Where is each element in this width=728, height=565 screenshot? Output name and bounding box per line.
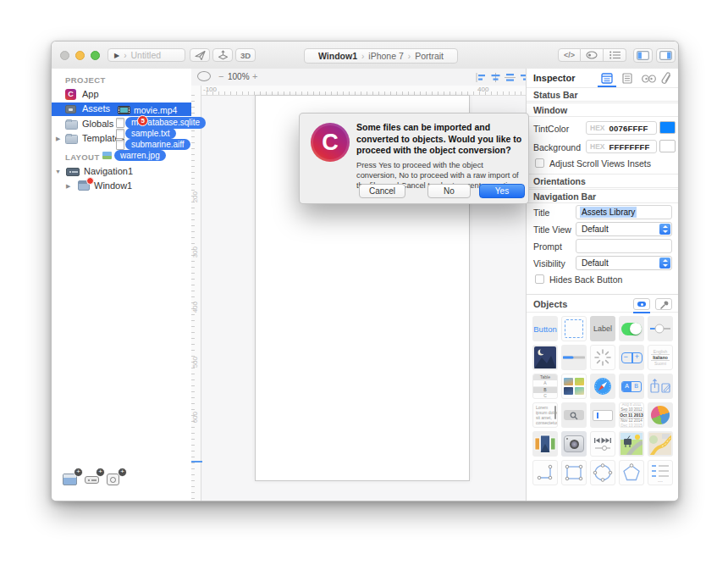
plus-badge: +	[74, 468, 83, 477]
list-view-button[interactable]	[604, 48, 626, 62]
bindings-button[interactable]	[581, 48, 604, 62]
disclosure-triangle-icon[interactable]: ▶	[66, 183, 70, 190]
palette-slider[interactable]	[648, 316, 673, 341]
palette-view[interactable]	[561, 316, 587, 341]
sidebar-item-window1[interactable]: ▶ Window1	[52, 180, 191, 193]
palette-shape-oval[interactable]	[590, 460, 615, 485]
palette-collection-view[interactable]	[561, 374, 587, 399]
3d-view-button[interactable]: 3D	[235, 48, 256, 62]
palette-video-view[interactable]	[619, 431, 644, 457]
document-title: Untitled	[131, 50, 162, 60]
tab-attributes-icon[interactable]	[601, 73, 613, 84]
tab-events-icon[interactable]	[642, 75, 656, 83]
send-to-device-button[interactable]	[190, 48, 210, 62]
tab-attachments-icon[interactable]	[661, 72, 672, 85]
palette-text-view[interactable]: Lorem ipsum dolor sit amet, consectetur	[532, 402, 558, 428]
breadcrumb[interactable]: Window1 › iPhone 7 › Portrait	[304, 48, 458, 64]
add-asset-button[interactable]: +	[107, 472, 124, 485]
disclosure-triangle-icon[interactable]: ▶	[56, 136, 60, 142]
assets-folder-icon	[65, 105, 76, 114]
background-hex-field[interactable]: HEX FFFFFFFF	[586, 140, 657, 153]
tint-hex-field[interactable]: HEX 0076FFFF	[586, 121, 657, 135]
tint-color-swatch[interactable]	[659, 121, 676, 134]
toggle-left-panel-button[interactable]	[633, 48, 653, 63]
palette-media-player[interactable]	[590, 431, 615, 457]
palette-activity-indicator[interactable]	[590, 345, 615, 370]
palette-picker[interactable]: English Italiano Suomi	[648, 345, 673, 370]
align-middle-icon[interactable]	[505, 73, 516, 82]
palette-camera[interactable]	[561, 431, 587, 457]
breadcrumb-window[interactable]: Window1	[318, 51, 357, 61]
zoom-in-button[interactable]: +	[252, 71, 257, 81]
section-navigation-bar[interactable]: Navigation Bar	[527, 189, 679, 203]
sidebar-item-navigation1[interactable]: ▼ Navigation1	[52, 165, 191, 179]
breadcrumb-orientation[interactable]: Portrait	[415, 51, 444, 61]
palette-segmented-control[interactable]: AB	[619, 374, 644, 399]
section-orientations[interactable]: Orientations	[527, 174, 679, 188]
objects-view-toggle[interactable]	[633, 298, 650, 310]
no-button[interactable]: No	[427, 184, 471, 198]
palette-label[interactable]: Label	[590, 316, 615, 341]
palette-pie-chart[interactable]	[648, 402, 673, 428]
palette-toolbar[interactable]	[648, 374, 673, 399]
stepper-arrows-icon	[659, 224, 670, 235]
simulator-button[interactable]	[212, 48, 233, 62]
code-editor-button[interactable]: </>	[558, 48, 581, 62]
palette-map-view[interactable]	[648, 431, 673, 457]
cancel-button[interactable]: Cancel	[359, 184, 405, 198]
shape-oval-tool[interactable]	[197, 71, 211, 81]
inspector-title: Inspector	[533, 73, 576, 83]
palette-stepper[interactable]: −+	[619, 345, 644, 370]
file-icon	[116, 129, 124, 139]
toggle-right-panel-button[interactable]	[656, 48, 676, 63]
section-status-bar[interactable]: Status Bar	[527, 87, 679, 102]
wrench-icon	[659, 301, 669, 310]
palette-switch[interactable]	[619, 316, 644, 341]
objects-tools-toggle[interactable]	[655, 298, 672, 310]
cube-axis-icon	[218, 50, 229, 61]
disclosure-triangle-icon[interactable]: ▼	[55, 169, 61, 174]
close-button[interactable]	[60, 51, 69, 60]
globals-folder-icon	[65, 120, 78, 130]
palette-table-view[interactable]: Table A B C	[532, 374, 558, 399]
left-panel-icon	[637, 51, 649, 60]
app-window: ▶ › Untitled 3D Window1 › iPhone 7 › Por…	[51, 41, 679, 501]
run-project-button[interactable]: ▶ › Untitled	[108, 48, 185, 62]
palette-web-view[interactable]	[590, 374, 615, 399]
palette-gallery[interactable]	[532, 431, 558, 457]
palette-form[interactable]: ...	[648, 460, 673, 485]
palette-text-field[interactable]	[590, 402, 615, 428]
prompt-field[interactable]	[576, 239, 672, 253]
adjust-scroll-checkbox[interactable]	[535, 158, 544, 168]
palette-progress-bar[interactable]	[561, 345, 587, 370]
drag-file-movie: movie.mp4	[134, 105, 177, 115]
align-left-icon[interactable]	[476, 73, 487, 82]
zoom-button[interactable]	[91, 51, 100, 60]
palette-shape-line[interactable]	[532, 460, 558, 485]
breadcrumb-device[interactable]: iPhone 7	[368, 51, 403, 61]
palette-shape-polygon[interactable]	[619, 460, 644, 485]
error-badge	[86, 177, 94, 185]
visibility-dropdown[interactable]: Default	[576, 256, 672, 270]
add-navigation-button[interactable]: +	[85, 472, 102, 485]
minimize-button[interactable]	[75, 51, 85, 60]
palette-shape-rect[interactable]	[561, 460, 587, 485]
selected-toggle-underline	[633, 312, 650, 313]
play-icon: ▶	[114, 52, 119, 59]
tab-outline-icon[interactable]	[622, 73, 632, 84]
add-window-button[interactable]: +	[63, 472, 80, 485]
right-panel-icon	[659, 51, 672, 60]
title-view-dropdown[interactable]: Default	[576, 222, 672, 236]
palette-image-view[interactable]	[532, 345, 558, 370]
section-window[interactable]: Window	[527, 102, 679, 117]
navbar-title-field[interactable]: Assets Library	[576, 205, 672, 219]
yes-button[interactable]: Yes	[479, 184, 525, 198]
sidebar-item-app[interactable]: C App	[52, 88, 191, 102]
zoom-out-button[interactable]: −	[218, 71, 223, 81]
palette-date-picker[interactable]: Aug 8 2011 Sep 10 2012 Oct 11 2013 Nov 1…	[619, 402, 644, 428]
align-center-icon[interactable]	[490, 73, 501, 82]
palette-button[interactable]: Button	[532, 316, 558, 341]
hides-back-checkbox[interactable]	[535, 274, 544, 284]
background-color-swatch[interactable]	[659, 140, 676, 152]
palette-search-bar[interactable]	[561, 402, 587, 428]
